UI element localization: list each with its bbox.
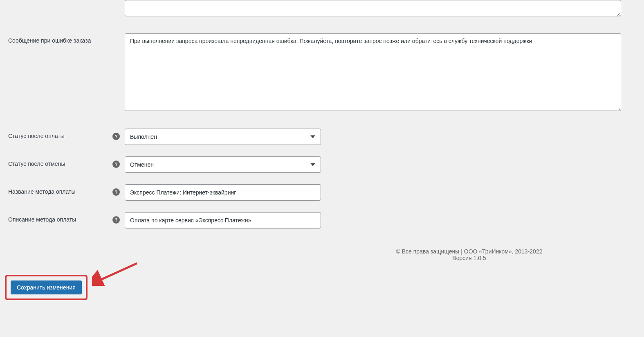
help-col: ?: [112, 129, 125, 140]
select-wrapper: Выполнен: [125, 129, 321, 145]
settings-form-container: Сообщение при ошибке заказа При выполнен…: [0, 0, 644, 337]
footer-version: Версия 1.0.5: [319, 255, 619, 261]
help-col: ?: [112, 184, 125, 196]
payment-method-name-label-col: Название метода оплаты: [8, 184, 112, 195]
help-icon[interactable]: ?: [112, 216, 120, 224]
form-row-top-empty: [8, 0, 644, 18]
input-col: Отменен: [125, 156, 644, 173]
status-after-cancel-label: Статус после отмены: [8, 161, 112, 167]
empty-label: [8, 0, 112, 4]
input-col: [125, 184, 644, 201]
arrow-annotation-icon: [92, 261, 141, 286]
help-col: ?: [112, 156, 125, 168]
payment-method-name-label: Название метода оплаты: [8, 188, 112, 195]
select-wrapper: Отменен: [125, 156, 321, 173]
payment-method-name-input[interactable]: [125, 184, 321, 201]
status-after-cancel-label-col: Статус после отмены: [8, 156, 112, 167]
input-col: [125, 0, 644, 18]
payment-method-desc-label-col: Описание метода оплаты: [8, 212, 112, 223]
form-row-payment-method-desc: Описание метода оплаты ?: [8, 212, 644, 228]
empty-textarea[interactable]: [125, 0, 621, 16]
footer-info: © Все права защищены | ООО «ТриИнком», 2…: [319, 248, 619, 261]
payment-method-desc-label: Описание метода оплаты: [8, 216, 112, 223]
error-message-textarea[interactable]: При выполнении запроса произошла непредв…: [125, 33, 621, 111]
svg-line-1: [98, 263, 137, 281]
status-after-cancel-select[interactable]: Отменен: [125, 156, 321, 173]
help-icon[interactable]: ?: [112, 133, 120, 140]
status-after-payment-select[interactable]: Выполнен: [125, 129, 321, 145]
form-row-status-after-payment: Статус после оплаты ? Выполнен: [8, 129, 644, 145]
help-icon[interactable]: ?: [112, 188, 120, 196]
help-icon[interactable]: ?: [112, 161, 120, 168]
form-row-error-message: Сообщение при ошибке заказа При выполнен…: [8, 33, 644, 112]
save-button-highlight: Сохранить изменения: [5, 275, 88, 300]
error-message-label: Сообщение при ошибке заказа: [8, 37, 112, 44]
input-col: [125, 212, 644, 228]
help-col: ?: [112, 212, 125, 224]
payment-method-desc-input[interactable]: [125, 212, 321, 228]
form-row-payment-method-name: Название метода оплаты ?: [8, 184, 644, 201]
form-row-status-after-cancel: Статус после отмены ? Отменен: [8, 156, 644, 173]
error-message-label-col: Сообщение при ошибке заказа: [8, 33, 112, 44]
input-col: Выполнен: [125, 129, 644, 145]
save-button[interactable]: Сохранить изменения: [11, 280, 82, 294]
footer-copyright: © Все права защищены | ООО «ТриИнком», 2…: [319, 248, 619, 255]
input-col: При выполнении запроса произошла непредв…: [125, 33, 644, 112]
status-after-payment-label-col: Статус после оплаты: [8, 129, 112, 139]
help-col-spacer: [112, 0, 125, 4]
status-after-payment-label: Статус после оплаты: [8, 133, 112, 139]
help-col-spacer: [112, 33, 125, 37]
